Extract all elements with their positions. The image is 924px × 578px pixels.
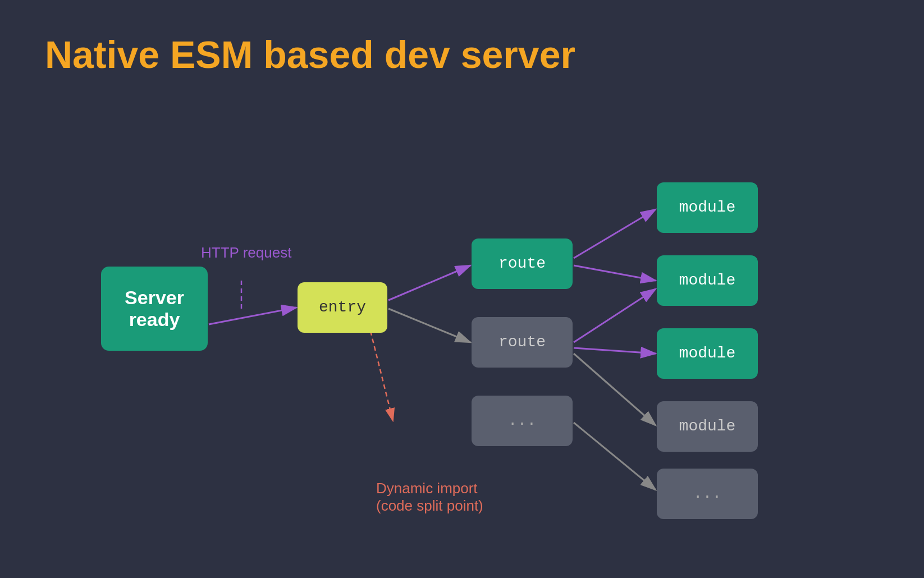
svg-line-10	[574, 289, 656, 342]
entry-node: entry	[298, 282, 387, 333]
http-request-label: HTTP request	[201, 244, 291, 262]
module3-node: module	[657, 328, 758, 379]
diagram: HTTP request Server ready entry route ro…	[45, 109, 879, 530]
svg-line-13	[574, 423, 656, 490]
svg-line-12	[574, 354, 656, 425]
svg-line-11	[574, 348, 656, 354]
module2-node: module	[657, 255, 758, 306]
dots1-node: ...	[472, 396, 573, 446]
dynamic-import-label: Dynamic import (code split point)	[376, 480, 483, 515]
svg-line-9	[574, 265, 656, 281]
module1-node: module	[657, 182, 758, 233]
slide: Native ESM based dev server	[0, 0, 924, 578]
server-ready-node: Server ready	[101, 267, 208, 351]
module4-node: module	[657, 401, 758, 452]
page-title: Native ESM based dev server	[45, 34, 879, 76]
svg-line-5	[388, 265, 470, 300]
svg-line-4	[209, 308, 296, 324]
dots2-node: ...	[657, 469, 758, 519]
route2-node: route	[472, 317, 573, 368]
svg-line-6	[388, 309, 470, 342]
svg-line-7	[370, 331, 393, 421]
svg-line-8	[574, 209, 656, 258]
route1-node: route	[472, 238, 573, 289]
